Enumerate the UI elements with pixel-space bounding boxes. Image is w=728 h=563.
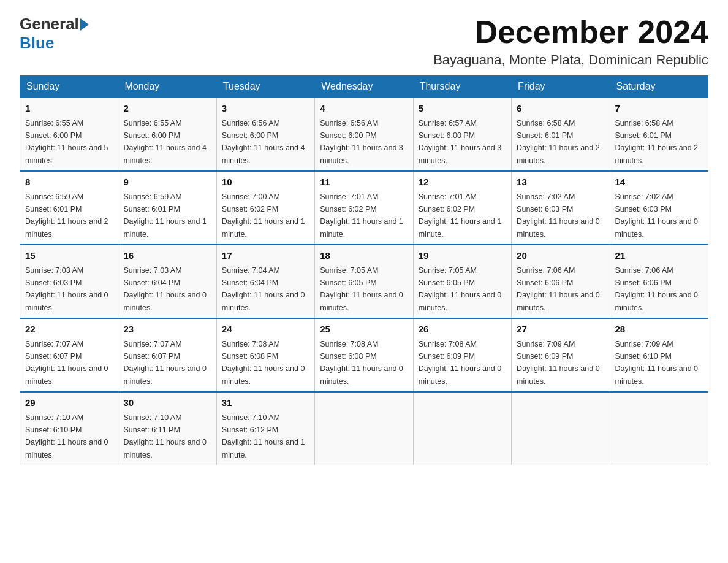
day-number: 19 [419, 249, 506, 263]
day-number: 25 [320, 323, 408, 337]
day-number: 20 [517, 249, 604, 263]
day-number: 26 [419, 323, 506, 337]
day-info: Sunrise: 7:01 AMSunset: 6:02 PMDaylight:… [320, 193, 403, 239]
day-number: 17 [222, 249, 309, 263]
table-row: 7Sunrise: 6:58 AMSunset: 6:01 PMDaylight… [610, 98, 708, 171]
header-monday: Monday [118, 76, 216, 98]
day-info: Sunrise: 6:56 AMSunset: 6:00 PMDaylight:… [320, 119, 403, 165]
table-row: 20Sunrise: 7:06 AMSunset: 6:06 PMDayligh… [512, 245, 610, 318]
day-info: Sunrise: 6:56 AMSunset: 6:00 PMDaylight:… [222, 119, 305, 165]
table-row: 31Sunrise: 7:10 AMSunset: 6:12 PMDayligh… [216, 392, 314, 465]
day-number: 28 [615, 323, 703, 337]
table-row: 5Sunrise: 6:57 AMSunset: 6:00 PMDaylight… [413, 98, 511, 171]
logo: General Blue [20, 15, 90, 53]
day-number: 5 [419, 102, 506, 116]
day-number: 16 [123, 249, 211, 263]
table-row [413, 392, 511, 465]
calendar-week-row: 8Sunrise: 6:59 AMSunset: 6:01 PMDaylight… [20, 171, 708, 245]
header-thursday: Thursday [413, 76, 511, 98]
day-info: Sunrise: 6:55 AMSunset: 6:00 PMDaylight:… [123, 119, 207, 165]
logo-triangle-icon [80, 18, 89, 31]
title-section: December 2024 Bayaguana, Monte Plata, Do… [433, 15, 708, 68]
day-info: Sunrise: 6:58 AMSunset: 6:01 PMDaylight:… [615, 119, 699, 165]
day-number: 22 [25, 323, 113, 337]
day-info: Sunrise: 7:10 AMSunset: 6:11 PMDaylight:… [123, 413, 207, 459]
day-info: Sunrise: 7:08 AMSunset: 6:08 PMDaylight:… [222, 340, 305, 386]
table-row [512, 392, 610, 465]
table-row: 15Sunrise: 7:03 AMSunset: 6:03 PMDayligh… [20, 245, 118, 318]
day-number: 23 [123, 323, 211, 337]
logo-general-text: General [20, 15, 79, 34]
day-number: 18 [320, 249, 408, 263]
table-row: 23Sunrise: 7:07 AMSunset: 6:07 PMDayligh… [118, 318, 216, 392]
day-number: 13 [517, 175, 604, 190]
table-row: 11Sunrise: 7:01 AMSunset: 6:02 PMDayligh… [315, 171, 413, 245]
table-row: 12Sunrise: 7:01 AMSunset: 6:02 PMDayligh… [413, 171, 511, 245]
month-title: December 2024 [433, 15, 708, 50]
table-row: 29Sunrise: 7:10 AMSunset: 6:10 PMDayligh… [20, 392, 118, 465]
day-number: 29 [25, 396, 113, 410]
day-number: 21 [615, 249, 703, 263]
table-row: 10Sunrise: 7:00 AMSunset: 6:02 PMDayligh… [216, 171, 314, 245]
day-number: 1 [25, 102, 113, 116]
day-info: Sunrise: 7:10 AMSunset: 6:10 PMDaylight:… [25, 413, 108, 459]
day-info: Sunrise: 7:03 AMSunset: 6:04 PMDaylight:… [123, 266, 207, 312]
calendar-week-row: 29Sunrise: 7:10 AMSunset: 6:10 PMDayligh… [20, 392, 708, 465]
calendar-week-row: 22Sunrise: 7:07 AMSunset: 6:07 PMDayligh… [20, 318, 708, 392]
location-title: Bayaguana, Monte Plata, Dominican Republ… [433, 52, 708, 68]
day-info: Sunrise: 7:08 AMSunset: 6:08 PMDaylight:… [320, 340, 403, 386]
table-row: 3Sunrise: 6:56 AMSunset: 6:00 PMDaylight… [216, 98, 314, 171]
day-info: Sunrise: 6:58 AMSunset: 6:01 PMDaylight:… [517, 119, 600, 165]
table-row: 9Sunrise: 6:59 AMSunset: 6:01 PMDaylight… [118, 171, 216, 245]
table-row: 8Sunrise: 6:59 AMSunset: 6:01 PMDaylight… [20, 171, 118, 245]
header-friday: Friday [512, 76, 610, 98]
table-row: 30Sunrise: 7:10 AMSunset: 6:11 PMDayligh… [118, 392, 216, 465]
page-header: General Blue December 2024 Bayaguana, Mo… [20, 15, 708, 68]
day-info: Sunrise: 7:00 AMSunset: 6:02 PMDaylight:… [222, 193, 305, 239]
calendar-table: Sunday Monday Tuesday Wednesday Thursday… [20, 75, 708, 465]
day-info: Sunrise: 7:08 AMSunset: 6:09 PMDaylight:… [419, 340, 502, 386]
day-info: Sunrise: 7:10 AMSunset: 6:12 PMDaylight:… [222, 413, 305, 459]
table-row: 26Sunrise: 7:08 AMSunset: 6:09 PMDayligh… [413, 318, 511, 392]
table-row: 25Sunrise: 7:08 AMSunset: 6:08 PMDayligh… [315, 318, 413, 392]
day-info: Sunrise: 7:04 AMSunset: 6:04 PMDaylight:… [222, 266, 305, 312]
weekday-header-row: Sunday Monday Tuesday Wednesday Thursday… [20, 76, 708, 98]
day-info: Sunrise: 6:55 AMSunset: 6:00 PMDaylight:… [25, 119, 108, 165]
table-row: 24Sunrise: 7:08 AMSunset: 6:08 PMDayligh… [216, 318, 314, 392]
day-number: 3 [222, 102, 309, 116]
day-number: 8 [25, 175, 113, 190]
day-info: Sunrise: 7:07 AMSunset: 6:07 PMDaylight:… [123, 340, 207, 386]
table-row: 13Sunrise: 7:02 AMSunset: 6:03 PMDayligh… [512, 171, 610, 245]
table-row: 6Sunrise: 6:58 AMSunset: 6:01 PMDaylight… [512, 98, 610, 171]
day-info: Sunrise: 7:06 AMSunset: 6:06 PMDaylight:… [615, 266, 699, 312]
day-number: 12 [419, 175, 506, 190]
day-number: 2 [123, 102, 211, 116]
day-info: Sunrise: 6:59 AMSunset: 6:01 PMDaylight:… [123, 193, 207, 239]
day-info: Sunrise: 7:09 AMSunset: 6:09 PMDaylight:… [517, 340, 600, 386]
table-row: 22Sunrise: 7:07 AMSunset: 6:07 PMDayligh… [20, 318, 118, 392]
day-number: 4 [320, 102, 408, 116]
table-row: 27Sunrise: 7:09 AMSunset: 6:09 PMDayligh… [512, 318, 610, 392]
table-row: 21Sunrise: 7:06 AMSunset: 6:06 PMDayligh… [610, 245, 708, 318]
table-row: 18Sunrise: 7:05 AMSunset: 6:05 PMDayligh… [315, 245, 413, 318]
header-sunday: Sunday [20, 76, 118, 98]
day-number: 30 [123, 396, 211, 410]
header-wednesday: Wednesday [315, 76, 413, 98]
calendar-week-row: 1Sunrise: 6:55 AMSunset: 6:00 PMDaylight… [20, 98, 708, 171]
table-row: 14Sunrise: 7:02 AMSunset: 6:03 PMDayligh… [610, 171, 708, 245]
day-info: Sunrise: 6:57 AMSunset: 6:00 PMDaylight:… [419, 119, 502, 165]
day-number: 27 [517, 323, 604, 337]
table-row: 16Sunrise: 7:03 AMSunset: 6:04 PMDayligh… [118, 245, 216, 318]
day-number: 24 [222, 323, 309, 337]
table-row: 1Sunrise: 6:55 AMSunset: 6:00 PMDaylight… [20, 98, 118, 171]
day-number: 6 [517, 102, 604, 116]
day-number: 14 [615, 175, 703, 190]
day-number: 11 [320, 175, 408, 190]
table-row [315, 392, 413, 465]
calendar-week-row: 15Sunrise: 7:03 AMSunset: 6:03 PMDayligh… [20, 245, 708, 318]
day-info: Sunrise: 7:05 AMSunset: 6:05 PMDaylight:… [320, 266, 403, 312]
table-row: 17Sunrise: 7:04 AMSunset: 6:04 PMDayligh… [216, 245, 314, 318]
table-row: 2Sunrise: 6:55 AMSunset: 6:00 PMDaylight… [118, 98, 216, 171]
day-info: Sunrise: 7:05 AMSunset: 6:05 PMDaylight:… [419, 266, 502, 312]
table-row: 28Sunrise: 7:09 AMSunset: 6:10 PMDayligh… [610, 318, 708, 392]
